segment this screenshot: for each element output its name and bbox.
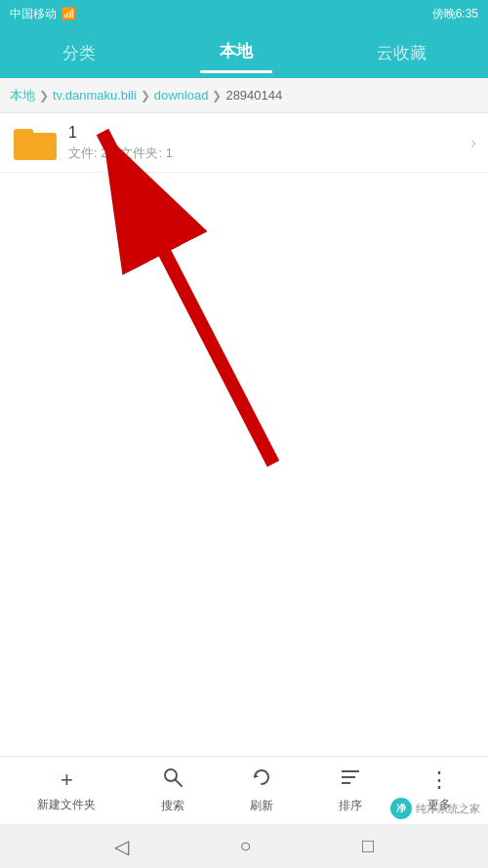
main-content: 1 文件: 2，文件夹: 1 › — [0, 113, 488, 756]
breadcrumb-sep-1: ❯ — [39, 89, 49, 103]
new-folder-label: 新建文件夹 — [37, 797, 96, 813]
list-item[interactable]: 1 文件: 2，文件夹: 1 › — [0, 113, 488, 173]
toolbar-sort[interactable]: 排序 — [329, 762, 372, 819]
sort-icon — [340, 766, 361, 794]
search-icon — [162, 766, 183, 794]
breadcrumb-current: 28940144 — [225, 88, 282, 103]
file-name: 1 — [68, 124, 470, 142]
new-folder-icon: + — [61, 767, 73, 793]
file-meta: 文件: 2，文件夹: 1 — [68, 145, 470, 162]
watermark-text: 纯净系统之家 — [416, 802, 480, 816]
toolbar-new-folder[interactable]: + 新建文件夹 — [27, 763, 105, 818]
toolbar-search[interactable]: 搜索 — [151, 762, 194, 819]
tab-classify[interactable]: 分类 — [43, 34, 115, 72]
breadcrumb: 本地 ❯ tv.danmaku.bili ❯ download ❯ 289401… — [0, 78, 488, 113]
breadcrumb-sep-2: ❯ — [141, 89, 150, 103]
tab-local[interactable]: 本地 — [200, 32, 272, 73]
refresh-label: 刷新 — [250, 798, 273, 814]
recent-button[interactable]: □ — [362, 835, 374, 857]
top-nav: 分类 本地 云收藏 — [0, 27, 488, 78]
status-right: 傍晚6:35 — [432, 6, 478, 22]
breadcrumb-download[interactable]: download — [154, 88, 209, 103]
breadcrumb-local[interactable]: 本地 — [10, 87, 35, 104]
svg-line-3 — [176, 780, 183, 787]
more-icon: ⋮ — [428, 767, 450, 793]
svg-line-1 — [102, 132, 273, 464]
breadcrumb-sep-3: ❯ — [212, 89, 222, 103]
signal-icons: 📶 — [61, 7, 76, 21]
breadcrumb-bili[interactable]: tv.danmaku.bili — [53, 88, 137, 103]
folder-icon — [14, 125, 57, 160]
refresh-icon — [251, 766, 272, 794]
toolbar-refresh[interactable]: 刷新 — [240, 762, 283, 819]
watermark-icon: 净 — [390, 798, 412, 819]
tab-cloud[interactable]: 云收藏 — [357, 34, 446, 72]
home-button[interactable]: ○ — [239, 835, 251, 857]
sort-label: 排序 — [339, 798, 362, 814]
system-nav-bar: ◁ ○ □ 净 纯净系统之家 — [0, 824, 488, 868]
status-left: 中国移动 📶 — [10, 6, 76, 22]
time-label: 傍晚6:35 — [432, 6, 478, 22]
file-info: 1 文件: 2，文件夹: 1 — [68, 124, 470, 162]
watermark: 净 纯净系统之家 — [390, 798, 480, 819]
folder-icon-container — [12, 123, 59, 162]
carrier-label: 中国移动 — [10, 6, 57, 22]
status-bar: 中国移动 📶 傍晚6:35 — [0, 0, 488, 27]
search-label: 搜索 — [161, 798, 184, 814]
file-arrow-icon: › — [470, 133, 476, 153]
back-button[interactable]: ◁ — [114, 835, 129, 858]
